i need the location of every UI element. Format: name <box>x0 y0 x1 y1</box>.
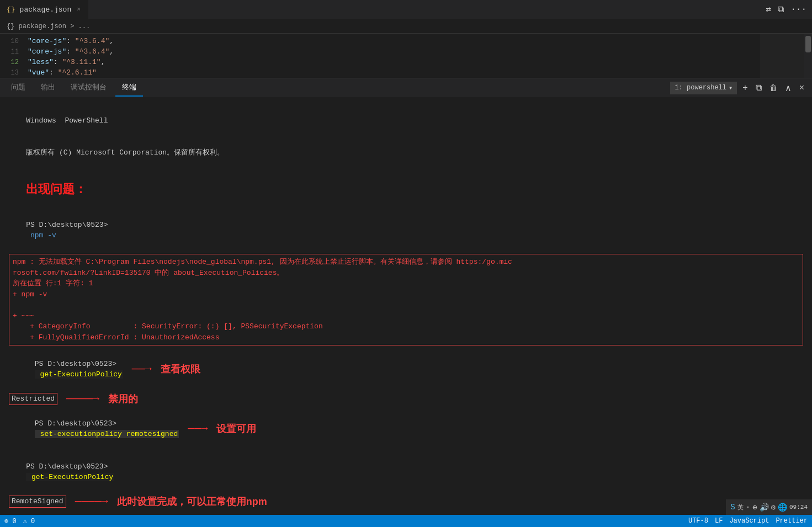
error-line-5: + ~~~ <box>13 311 799 322</box>
arrow3-icon: ————→ <box>75 493 108 510</box>
annotation3: 此时设置完成，可以正常使用npm <box>117 494 267 509</box>
chevron-down-icon: ▾ <box>729 84 733 92</box>
tab-terminal[interactable]: 终端 <box>115 79 143 97</box>
error-line-6: + CategoryInfo : SecurityError: (:) [], … <box>13 321 799 332</box>
json-icon: {} <box>7 6 15 14</box>
arrow-disabled-icon: ————→ <box>66 391 99 407</box>
arrow1-icon: ——→ <box>132 361 152 377</box>
arrow2-icon: ——→ <box>188 420 208 437</box>
error-line-4: + npm -v <box>13 289 799 300</box>
error-line-2: rosoft.com/fwlink/?LinkID=135170 中的 abou… <box>13 268 799 279</box>
editor-area: 10 "core-js": "^3.6.4", 11 "core-js": "^… <box>0 34 812 78</box>
tab-output[interactable]: 输出 <box>34 79 62 97</box>
app-icon-6: 🌐 <box>778 503 787 512</box>
lang-indicator: 英 <box>737 503 744 512</box>
code-line-12: 12 "less": "^3.11.1", <box>0 57 812 67</box>
error-line-3: 所在位置 行:1 字符: 1 <box>13 278 799 289</box>
cmd1: npm -v <box>26 231 56 239</box>
restricted-value: Restricted <box>9 393 57 405</box>
tab-debug-console[interactable]: 调试控制台 <box>64 79 113 97</box>
terminal-area: Windows PowerShell 版权所有 (C) Microsoft Co… <box>0 98 812 512</box>
panel-tab-right: 1: powershell ▾ + ⧉ 🗑 ∧ × <box>670 82 812 94</box>
annotation1: 查看权限 <box>161 362 200 377</box>
more-icon[interactable]: ··· <box>790 4 806 14</box>
editor-scrollbar[interactable] <box>804 34 812 78</box>
status-bar: ⊗ 0 ⚠ 0 UTF-8 LF JavaScript Prettier <box>0 515 812 527</box>
panel-tabs-bar: 问题 输出 调试控制台 终端 1: powershell ▾ + ⧉ 🗑 ∧ × <box>0 78 812 98</box>
tab-label: package.json <box>20 6 72 14</box>
datetime: 09:24 <box>789 504 808 510</box>
app-icon-3: ⊕ <box>752 503 757 512</box>
error-line-1: npm : 无法加载文件 C:\Program Files\nodejs\nod… <box>13 257 799 268</box>
prompt3: PS D:\desktop\0523> <box>35 419 116 428</box>
disabled-text: 禁用的 <box>108 392 138 407</box>
close-panel-button[interactable]: × <box>797 82 806 94</box>
status-eol: LF <box>715 517 723 525</box>
tab-bar: {} package.json × ⇄ ⧉ ··· <box>0 0 812 19</box>
split-terminal-button[interactable]: ⧉ <box>753 82 764 94</box>
scrollbar-thumb[interactable] <box>805 36 811 52</box>
status-warnings: ⚠ 0 <box>23 517 35 525</box>
remote-signed-line: RemoteSigned ————→ 此时设置完成，可以正常使用npm <box>9 493 803 510</box>
cmd2: get-ExecutionPolicy <box>35 370 123 379</box>
chevron-up-button[interactable]: ∧ <box>783 82 794 94</box>
terminal-header2: 版权所有 (C) Microsoft Corporation。保留所有权利。 <box>9 137 803 169</box>
minimap <box>760 34 804 78</box>
delete-terminal-button[interactable]: 🗑 <box>767 82 779 93</box>
terminal-cmd2-line: PS D:\desktop\0523> get-ExecutionPolicy … <box>9 348 803 391</box>
prompt2: PS D:\desktop\0523> <box>35 360 116 368</box>
remote-signed-value: RemoteSigned <box>9 496 66 508</box>
bottom-right-apps: S 英 · ⊕ 🔊 ⚙ 🌐 09:24 <box>726 499 812 515</box>
tab-close-button[interactable]: × <box>76 5 82 14</box>
terminal-selector[interactable]: 1: powershell ▾ <box>670 82 737 94</box>
status-language: JavaScript <box>729 517 769 525</box>
restricted-line: Restricted ————→ 禁用的 <box>9 391 803 407</box>
split-icon[interactable]: ⧉ <box>778 4 784 15</box>
file-tab[interactable]: {} package.json × <box>0 0 89 19</box>
cmd3: set-executionpolicy remotesigned <box>35 430 179 438</box>
app-icon-2: · <box>746 503 750 512</box>
tab-problems[interactable]: 问题 <box>4 79 32 97</box>
app-icon-5: ⚙ <box>771 503 776 512</box>
problem-label: 出现问题： <box>26 182 87 196</box>
breadcrumb-text: {} package.json > ... <box>7 23 90 30</box>
prompt1: PS D:\desktop\0523> <box>26 221 108 229</box>
error-box: npm : 无法加载文件 C:\Program Files\nodejs\nod… <box>9 254 803 345</box>
app-icon-1: S <box>730 503 735 512</box>
status-formatter: Prettier <box>776 517 808 525</box>
terminal-cmd5-line: PS D:\desktop\0523> npm -v <box>9 510 803 512</box>
breadcrumb: {} package.json > ... <box>0 19 812 34</box>
status-encoding: UTF-8 <box>688 517 708 525</box>
prompt4: PS D:\desktop\0523> <box>26 462 108 471</box>
terminal-header1: Windows PowerShell <box>9 104 803 137</box>
code-line-10: 10 "core-js": "^3.6.4", <box>0 36 812 46</box>
status-errors: ⊗ 0 <box>4 517 17 525</box>
error-line-7: + FullyQualifiedErrorId : UnauthorizedAc… <box>13 332 799 343</box>
status-bar-right: UTF-8 LF JavaScript Prettier <box>688 517 808 525</box>
terminal-cmd4-line: PS D:\desktop\0523> get-ExecutionPolicy <box>9 450 803 493</box>
sync-icon[interactable]: ⇄ <box>766 4 772 15</box>
top-right-icons: ⇄ ⧉ ··· <box>766 4 812 15</box>
terminal-cmd1-line: PS D:\desktop\0523> npm -v <box>9 209 803 252</box>
annotation2: 设置可用 <box>216 422 256 436</box>
app-icon-4: 🔊 <box>760 503 769 512</box>
terminal-label: 1: powershell <box>675 84 726 92</box>
code-line-13: 13 "vue": "^2.6.11" <box>0 67 812 78</box>
cmd4: get-ExecutionPolicy <box>26 473 114 481</box>
terminal-cmd3-line: PS D:\desktop\0523> set-executionpolicy … <box>9 407 803 450</box>
code-line-11: 11 "core-js": "^3.6.4", <box>0 46 812 57</box>
problem-label-line: 出现问题： <box>9 169 803 209</box>
add-terminal-button[interactable]: + <box>740 82 750 94</box>
